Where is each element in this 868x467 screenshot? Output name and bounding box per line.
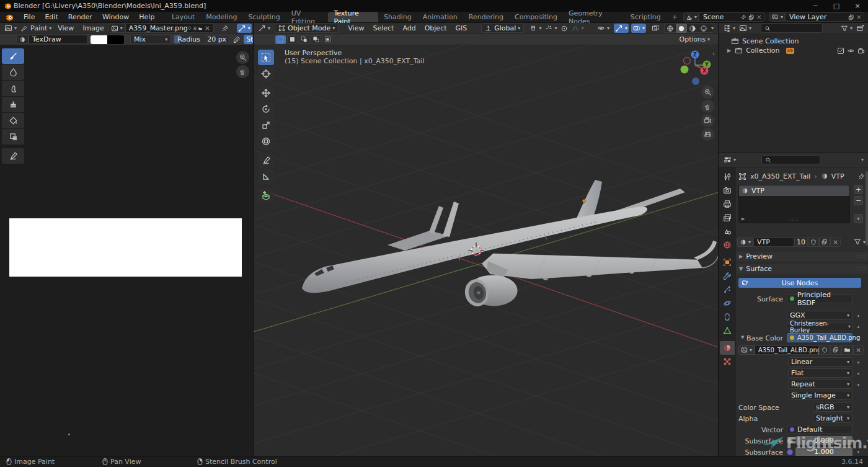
snap-target-dropdown[interactable]: ▾ bbox=[543, 24, 559, 33]
menu-image[interactable]: Image bbox=[78, 24, 108, 32]
menu-object[interactable]: Object bbox=[420, 24, 451, 32]
breadcrumb-material[interactable]: VTP bbox=[831, 172, 844, 180]
menu-view[interactable]: View bbox=[343, 24, 368, 32]
image-canvas[interactable] bbox=[9, 218, 242, 277]
tab-shading[interactable]: Shading bbox=[378, 12, 417, 22]
tab-constraints[interactable] bbox=[720, 310, 735, 324]
source-dropdown[interactable]: Single Image ▾ bbox=[788, 391, 852, 400]
add-workspace-button[interactable]: + bbox=[666, 12, 683, 22]
expand-arrow-icon[interactable]: ▶ bbox=[727, 48, 731, 53]
use-nodes-button[interactable]: Use Nodes bbox=[738, 278, 861, 288]
brush-browse-button[interactable] bbox=[16, 35, 29, 44]
radius-slider[interactable]: Radius 20 px bbox=[174, 35, 230, 44]
breadcrumb-object[interactable]: x0_A350_EXT_Tail bbox=[750, 172, 810, 180]
minimize-button[interactable]: ─ bbox=[805, 0, 826, 12]
tab-object[interactable] bbox=[720, 256, 735, 269]
add-slot-button[interactable]: + bbox=[854, 185, 863, 194]
tab-layout[interactable]: Layout bbox=[166, 12, 200, 22]
select-tweak-button[interactable] bbox=[275, 35, 286, 44]
panel-surface[interactable]: ▼ Surface :::: bbox=[736, 264, 868, 274]
tool-soften[interactable] bbox=[2, 64, 24, 80]
remove-slot-button[interactable]: − bbox=[854, 196, 863, 205]
image-browse-button[interactable]: ▾ bbox=[738, 345, 755, 355]
shading-wireframe-button[interactable] bbox=[665, 24, 676, 33]
tool-transform[interactable] bbox=[258, 133, 274, 149]
tab-physics[interactable] bbox=[720, 296, 735, 310]
tab-modifiers[interactable] bbox=[720, 269, 735, 283]
aircraft-model[interactable] bbox=[302, 180, 719, 308]
pin-button[interactable] bbox=[220, 24, 231, 33]
tool-fill[interactable] bbox=[2, 113, 24, 128]
viewport-camera-icon[interactable] bbox=[701, 114, 714, 127]
disable-render-camera-icon[interactable] bbox=[857, 47, 865, 55]
subsurface-radius-slider-x[interactable]: 1.000 bbox=[795, 447, 852, 456]
gizmos-toggle[interactable]: ▾ bbox=[237, 24, 252, 33]
snap-toggle[interactable]: ▾ bbox=[528, 24, 543, 33]
unlink-scene-icon[interactable]: × bbox=[756, 13, 762, 21]
zoom-tool-icon[interactable] bbox=[236, 51, 249, 64]
duplicate-material-button[interactable] bbox=[819, 238, 830, 247]
properties-scrollbar[interactable] bbox=[866, 171, 868, 246]
menu-edit[interactable]: Edit bbox=[40, 12, 63, 22]
image-browse-button[interactable]: ▾ bbox=[108, 24, 125, 33]
editor-type-button[interactable]: ▾ bbox=[721, 24, 737, 33]
material-slot-row[interactable]: VTP bbox=[739, 185, 849, 196]
tab-sculpting[interactable]: Sculpting bbox=[242, 12, 285, 22]
image-name-field[interactable]: A350_Tail_ALBD.png bbox=[755, 345, 819, 355]
secondary-color-swatch[interactable] bbox=[107, 35, 124, 44]
scene-name-field[interactable]: Scene × bbox=[699, 12, 764, 22]
blend-mode-dropdown[interactable]: Mix ▾ bbox=[130, 35, 171, 44]
show-gizmos-toggle[interactable]: ▾ bbox=[614, 24, 629, 33]
fake-user-toggle[interactable] bbox=[819, 345, 830, 355]
show-overlays-toggle[interactable]: ▾ bbox=[631, 24, 646, 33]
outliner-search-input[interactable] bbox=[761, 24, 823, 33]
mode-dropdown[interactable]: Object Mode ▾ bbox=[275, 24, 339, 33]
outliner-row-collection[interactable]: ▶ Collection 49 bbox=[719, 46, 868, 55]
shading-solid-button[interactable] bbox=[676, 24, 687, 33]
editor-type-button[interactable]: ▾ bbox=[256, 24, 272, 33]
tab-compositing[interactable]: Compositing bbox=[509, 12, 563, 22]
tool-mask[interactable] bbox=[2, 129, 24, 145]
open-image-folder-icon[interactable] bbox=[198, 25, 202, 32]
projection-dropdown[interactable]: Flat ▾ bbox=[788, 368, 852, 378]
properties-search-input[interactable] bbox=[761, 155, 820, 164]
alpha-dropdown[interactable]: Straight ▾ bbox=[813, 414, 852, 423]
tab-scene[interactable] bbox=[720, 225, 735, 238]
shading-material-button[interactable] bbox=[687, 24, 698, 33]
tool-annotate[interactable] bbox=[258, 153, 274, 168]
fake-user-toggle[interactable] bbox=[808, 238, 819, 247]
menu-view[interactable]: View bbox=[53, 24, 78, 32]
select-extend-button[interactable] bbox=[299, 35, 309, 44]
pan-tool-icon[interactable] bbox=[236, 65, 249, 78]
viewport-pan-icon[interactable] bbox=[701, 100, 714, 113]
viewport-perspective-toggle-icon[interactable] bbox=[701, 128, 714, 141]
menu-gis[interactable]: GIS bbox=[451, 24, 472, 32]
tab-material[interactable] bbox=[720, 341, 735, 355]
tab-geometry-nodes[interactable]: Geometry Nodes bbox=[563, 12, 625, 22]
tab-modeling[interactable]: Modeling bbox=[200, 12, 242, 22]
display-mode-dropdown[interactable]: ▾ bbox=[737, 24, 753, 33]
tool-draw-brush[interactable] bbox=[2, 48, 24, 64]
subsurface-slider[interactable]: 0.000 bbox=[795, 436, 852, 445]
tab-view-layer[interactable] bbox=[720, 211, 735, 225]
menu-add[interactable]: Add bbox=[398, 24, 420, 32]
filter-dropdown[interactable]: ▾ bbox=[839, 24, 854, 33]
remove-view-layer-icon[interactable]: × bbox=[856, 13, 862, 21]
view-layer-browse-button[interactable]: ▾ bbox=[769, 12, 785, 22]
tab-render[interactable] bbox=[720, 184, 735, 197]
blender-menu-button[interactable] bbox=[0, 12, 19, 22]
unlink-image-button[interactable]: × bbox=[853, 345, 864, 355]
new-view-layer-icon[interactable] bbox=[848, 14, 854, 20]
object-type-visibility-dropdown[interactable]: ▾ bbox=[595, 24, 611, 33]
tab-uv-editing[interactable]: UV Editing bbox=[286, 12, 329, 22]
interpolation-dropdown[interactable]: Linear ▾ bbox=[788, 357, 852, 367]
tab-object-data[interactable] bbox=[720, 324, 735, 337]
duplicate-image-button[interactable] bbox=[830, 345, 841, 355]
new-collection-button[interactable] bbox=[854, 24, 866, 33]
users-count-button[interactable]: 10 bbox=[794, 238, 808, 247]
tool-scale[interactable] bbox=[258, 117, 274, 133]
outliner-row-scene-collection[interactable]: Scene Collection bbox=[719, 37, 868, 46]
tool-smear[interactable] bbox=[2, 81, 24, 96]
menu-select[interactable]: Select bbox=[368, 24, 398, 32]
slot-specials-button[interactable]: ▾ bbox=[854, 214, 863, 223]
